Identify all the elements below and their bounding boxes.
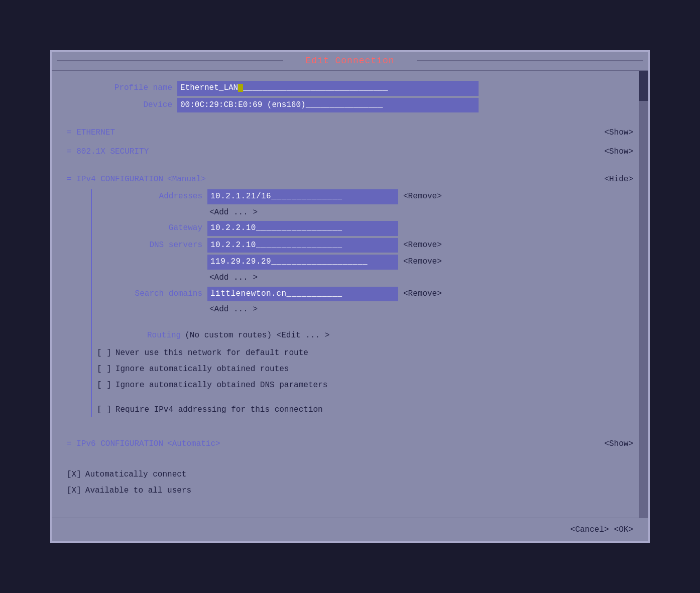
require-ipv4-checkbox[interactable]: [ ] [97, 404, 111, 417]
search-add-row: <Add ... > [97, 303, 633, 316]
gateway-input[interactable]: 10.2.2.10_________________ [207, 221, 398, 236]
scrollbar[interactable] [639, 71, 648, 518]
addresses-add-btn[interactable]: <Add ... > [209, 206, 258, 219]
dns-add-row: <Add ... > [97, 272, 633, 285]
dns-label: DNS servers [97, 239, 207, 252]
routing-row: Routing (No custom routes) <Edit ... > [97, 329, 633, 342]
ipv4-hide-btn[interactable]: <Hide> [604, 173, 633, 186]
available-users-label: Available to all users [85, 485, 191, 498]
dns1-input[interactable]: 10.2.2.10_________________ [207, 238, 398, 253]
device-label: Device [67, 99, 177, 112]
dns2-remove-btn[interactable]: <Remove> [403, 256, 442, 269]
ipv4-label: = IPv4 CONFIGURATION [67, 173, 163, 186]
never-default-checkbox[interactable]: [ ] [97, 347, 111, 360]
require-ipv4-row[interactable]: [ ] Require IPv4 addressing for this con… [97, 404, 633, 417]
search-label: Search domains [97, 288, 207, 301]
ignore-routes-row[interactable]: [ ] Ignore automatically obtained routes [97, 363, 633, 376]
ethernet-section: = ETHERNET <Show> [67, 127, 633, 140]
device-row: Device 00:0C:29:CB:E0:69 (ens160)_______… [67, 98, 633, 113]
addresses-row: Addresses 10.2.1.21/16______________ <Re… [97, 189, 633, 204]
auto-connect-checkbox[interactable]: [X] [67, 468, 81, 482]
never-default-row[interactable]: [ ] Never use this network for default r… [97, 347, 633, 360]
terminal-window: Edit Connection Profile name Ethernet_LA… [50, 50, 650, 543]
ipv4-header: = IPv4 CONFIGURATION <Manual> <Hide> [67, 173, 633, 186]
search-add-btn[interactable]: <Add ... > [209, 303, 258, 316]
cancel-button[interactable]: <Cancel> [570, 525, 609, 534]
dns1-row: DNS servers 10.2.2.10_________________ <… [97, 238, 633, 253]
gateway-row: Gateway 10.2.2.10_________________ [97, 221, 633, 236]
window-title: Edit Connection [305, 56, 394, 66]
ipv4-mode-btn[interactable]: <Manual> [167, 173, 206, 186]
security-section: = 802.1X SECURITY <Show> [67, 146, 633, 159]
ipv6-label: = IPv6 CONFIGURATION [67, 438, 163, 451]
auto-connect-row[interactable]: [X] Automatically connect [67, 468, 633, 482]
dns2-row: 119.29.29.29___________________ <Remove> [97, 255, 633, 270]
search-input[interactable]: littlenewton.cn___________ [207, 287, 398, 302]
dns1-remove-btn[interactable]: <Remove> [403, 239, 442, 252]
ethernet-label: = ETHERNET [67, 127, 115, 140]
main-content: Profile name Ethernet_LAN_______________… [52, 71, 648, 518]
security-show-btn[interactable]: <Show> [604, 146, 633, 159]
addresses-remove-btn[interactable]: <Remove> [403, 190, 442, 203]
bottom-buttons: <Cancel> <OK> [52, 518, 648, 541]
ignore-routes-label: Ignore automatically obtained routes [115, 363, 289, 376]
gateway-label: Gateway [97, 222, 207, 235]
ignore-routes-checkbox[interactable]: [ ] [97, 363, 111, 376]
search-remove-btn[interactable]: <Remove> [403, 288, 442, 301]
routing-text[interactable]: (No custom routes) <Edit ... > [185, 329, 329, 342]
profile-name-label: Profile name [67, 82, 177, 95]
ethernet-show-btn[interactable]: <Show> [604, 127, 633, 140]
profile-name-input[interactable]: Ethernet_LAN____________________________… [177, 81, 479, 96]
security-label: = 802.1X SECURITY [67, 146, 149, 159]
profile-name-row: Profile name Ethernet_LAN_______________… [67, 81, 633, 96]
require-ipv4-label: Require IPv4 addressing for this connect… [115, 404, 323, 417]
title-bar: Edit Connection [52, 52, 648, 71]
ok-button[interactable]: <OK> [614, 525, 633, 534]
available-users-checkbox[interactable]: [X] [67, 485, 81, 498]
addresses-add-row: <Add ... > [97, 206, 633, 219]
ignore-dns-label: Ignore automatically obtained DNS parame… [115, 379, 327, 392]
ipv6-section: = IPv6 CONFIGURATION <Automatic> <Show> [67, 438, 633, 451]
ipv6-show-btn[interactable]: <Show> [604, 438, 633, 451]
addresses-input[interactable]: 10.2.1.21/16______________ [207, 189, 398, 204]
search-row: Search domains littlenewton.cn__________… [97, 287, 633, 302]
never-default-label: Never use this network for default route [115, 347, 308, 360]
device-input[interactable]: 00:0C:29:CB:E0:69 (ens160)______________… [177, 98, 479, 113]
dns2-input[interactable]: 119.29.29.29___________________ [207, 255, 398, 270]
ignore-dns-checkbox[interactable]: [ ] [97, 379, 111, 392]
scrollbar-thumb[interactable] [639, 71, 648, 101]
ipv4-section: = IPv4 CONFIGURATION <Manual> <Hide> Add… [67, 173, 633, 416]
auto-connect-label: Automatically connect [85, 468, 187, 482]
ignore-dns-row[interactable]: [ ] Ignore automatically obtained DNS pa… [97, 379, 633, 392]
cursor [238, 84, 243, 92]
dns-add-btn[interactable]: <Add ... > [209, 272, 258, 285]
routing-label: Routing [147, 329, 181, 342]
addresses-label: Addresses [97, 190, 207, 203]
available-users-row[interactable]: [X] Available to all users [67, 485, 633, 498]
ipv4-details: Addresses 10.2.1.21/16______________ <Re… [91, 189, 633, 417]
ipv6-mode-btn[interactable]: <Automatic> [167, 438, 220, 451]
